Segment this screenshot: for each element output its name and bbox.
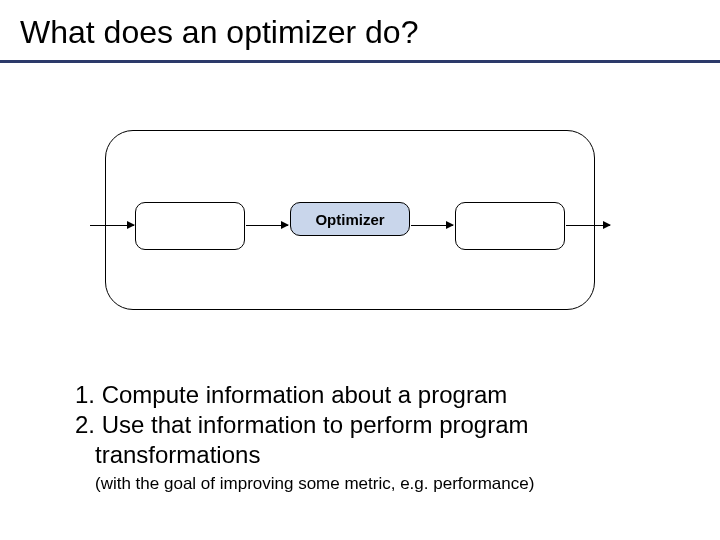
frontend-box bbox=[135, 202, 245, 250]
bullet-2-line1: 2. Use that information to perform progr… bbox=[75, 410, 660, 440]
arrow-input bbox=[90, 225, 134, 226]
arrow-output bbox=[566, 225, 610, 226]
arrow-opt-to-back bbox=[411, 225, 453, 226]
optimizer-box: Optimizer bbox=[290, 202, 410, 236]
backend-box bbox=[455, 202, 565, 250]
bullet-1: 1. Compute information about a program bbox=[75, 380, 660, 410]
bullet-2-line2: transformations bbox=[75, 440, 660, 470]
optimizer-diagram: Optimizer bbox=[90, 130, 610, 310]
arrow-front-to-opt bbox=[246, 225, 288, 226]
optimizer-label: Optimizer bbox=[315, 211, 384, 228]
bullet-list: 1. Compute information about a program 2… bbox=[75, 380, 660, 470]
slide-title: What does an optimizer do? bbox=[20, 14, 418, 51]
sub-note: (with the goal of improving some metric,… bbox=[95, 474, 660, 494]
title-underline bbox=[0, 60, 720, 63]
